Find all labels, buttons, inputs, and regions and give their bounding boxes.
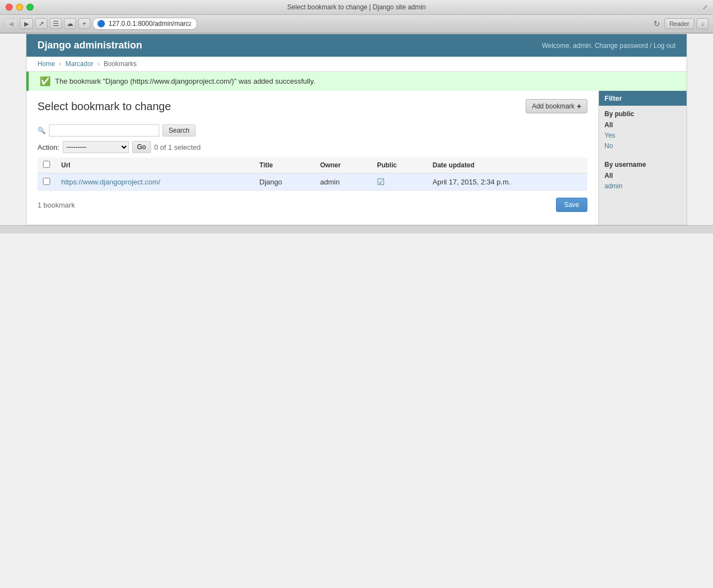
row-owner: admin xyxy=(315,173,371,191)
filter-by-username-title: By username xyxy=(604,161,681,168)
content-wrapper: Select bookmark to change Add bookmark +… xyxy=(26,91,687,225)
logout-link[interactable]: Log out xyxy=(653,42,676,50)
back-button[interactable]: ◀ xyxy=(4,18,18,29)
breadcrumb-sep1: › xyxy=(59,60,61,68)
reader-list-button[interactable]: ☰ xyxy=(50,18,62,29)
forward-button[interactable]: ▶ xyxy=(20,18,33,29)
main-content: Select bookmark to change Add bookmark +… xyxy=(26,91,598,225)
admin-user-info: Welcome, admin. Change password / Log ou… xyxy=(542,42,676,50)
scrollbar-area[interactable] xyxy=(0,225,713,233)
col-public[interactable]: Public xyxy=(371,157,427,173)
search-input[interactable] xyxy=(49,124,159,137)
browser-chrome: Select bookmark to change | Django site … xyxy=(0,0,713,34)
success-icon: ✅ xyxy=(40,76,51,86)
table-header-row: Url Title Owner Public Date updated xyxy=(37,157,587,173)
selected-count: 0 of 1 selected xyxy=(154,143,201,151)
breadcrumb-marcador[interactable]: Marcador xyxy=(66,60,94,68)
change-password-link[interactable]: Change password xyxy=(595,42,648,50)
search-bar: 🔍 Search xyxy=(37,120,587,141)
breadcrumb-current: Bookmarks xyxy=(104,60,137,68)
breadcrumb-sep2: › xyxy=(98,60,100,68)
go-button[interactable]: Go xyxy=(132,141,151,153)
downloads-button[interactable]: ↓ xyxy=(696,18,709,29)
url-lock-icon: 🔵 xyxy=(97,20,105,28)
filter-username-all[interactable]: All xyxy=(604,171,681,181)
filter-public-no[interactable]: No xyxy=(604,141,681,151)
col-url[interactable]: Url xyxy=(56,157,254,173)
bookmark-url-link[interactable]: https://www.djangoproject.com/ xyxy=(61,178,160,186)
welcome-text: Welcome, admin. xyxy=(542,42,592,50)
browser-title: Select bookmark to change | Django site … xyxy=(287,3,425,11)
action-select[interactable]: --------- xyxy=(63,141,129,153)
search-button[interactable]: Search xyxy=(163,124,196,137)
browser-toolbar: ◀ ▶ ↗ ☰ ☁ + 🔵 ↻ Reader ↓ xyxy=(0,15,713,33)
filter-by-username: By username All admin xyxy=(599,156,687,196)
breadcrumb: Home › Marcador › Bookmarks xyxy=(26,57,687,72)
close-btn[interactable] xyxy=(6,4,13,11)
admin-title: Django administration xyxy=(37,40,142,51)
reader-button[interactable]: Reader xyxy=(665,18,694,29)
add-bookmark-button[interactable]: Add bookmark + xyxy=(526,99,587,113)
bookmark-count: 1 bookmark xyxy=(37,201,75,209)
row-checkbox[interactable] xyxy=(43,178,50,185)
breadcrumb-home[interactable]: Home xyxy=(37,60,55,68)
row-url: https://www.djangoproject.com/ xyxy=(56,173,254,191)
success-text: The bookmark "Django (https://www.django… xyxy=(55,77,315,85)
public-checkmark: ☑ xyxy=(377,177,385,187)
filter-public-yes[interactable]: Yes xyxy=(604,130,681,141)
save-button[interactable]: Save xyxy=(556,198,587,212)
url-input[interactable] xyxy=(93,18,197,30)
col-date-updated[interactable]: Date updated xyxy=(427,157,587,173)
url-container: 🔵 xyxy=(93,18,649,30)
filter-header: Filter xyxy=(599,91,687,106)
row-date-updated: April 17, 2015, 2:34 p.m. xyxy=(427,173,587,191)
col-owner[interactable]: Owner xyxy=(315,157,371,173)
minimize-btn[interactable] xyxy=(16,4,23,11)
filter-by-public: By public All Yes No xyxy=(599,106,687,156)
data-table: Url Title Owner Public Date updated http… xyxy=(37,157,587,191)
action-bar: Action: --------- Go 0 of 1 selected xyxy=(37,141,587,153)
row-checkbox-cell xyxy=(37,173,56,191)
page-header: Select bookmark to change Add bookmark + xyxy=(37,99,587,113)
maximize-btn[interactable] xyxy=(26,4,34,11)
select-all-checkbox[interactable] xyxy=(43,161,50,168)
filter-sidebar: Filter By public All Yes No By username … xyxy=(598,91,687,225)
row-title: Django xyxy=(254,173,315,191)
add-icon: + xyxy=(577,102,581,111)
filter-by-public-title: By public xyxy=(604,110,681,118)
browser-resize-icon: ⤢ xyxy=(703,4,707,11)
row-public: ☑ xyxy=(371,173,427,191)
add-bookmark-label: Add bookmark xyxy=(532,102,574,110)
new-tab-button[interactable]: + xyxy=(78,18,90,29)
search-icon: 🔍 xyxy=(37,127,46,134)
reload-button[interactable]: ↻ xyxy=(651,18,662,29)
filter-username-admin[interactable]: admin xyxy=(604,181,681,192)
action-label: Action: xyxy=(37,143,60,151)
separator: / xyxy=(650,42,653,50)
table-footer: 1 bookmark Save xyxy=(37,193,587,216)
page-title: Select bookmark to change xyxy=(37,100,171,113)
window-controls xyxy=(6,4,34,11)
table-row: https://www.djangoproject.com/ Django ad… xyxy=(37,173,587,191)
admin-header: Django administration Welcome, admin. Ch… xyxy=(26,34,687,57)
filter-public-all[interactable]: All xyxy=(604,120,681,130)
success-message: ✅ The bookmark "Django (https://www.djan… xyxy=(26,72,687,91)
share-button[interactable]: ↗ xyxy=(35,18,47,29)
select-all-header xyxy=(37,157,56,173)
col-title[interactable]: Title xyxy=(254,157,315,173)
reading-list-button[interactable]: ☁ xyxy=(64,18,76,29)
browser-titlebar: Select bookmark to change | Django site … xyxy=(0,0,713,15)
